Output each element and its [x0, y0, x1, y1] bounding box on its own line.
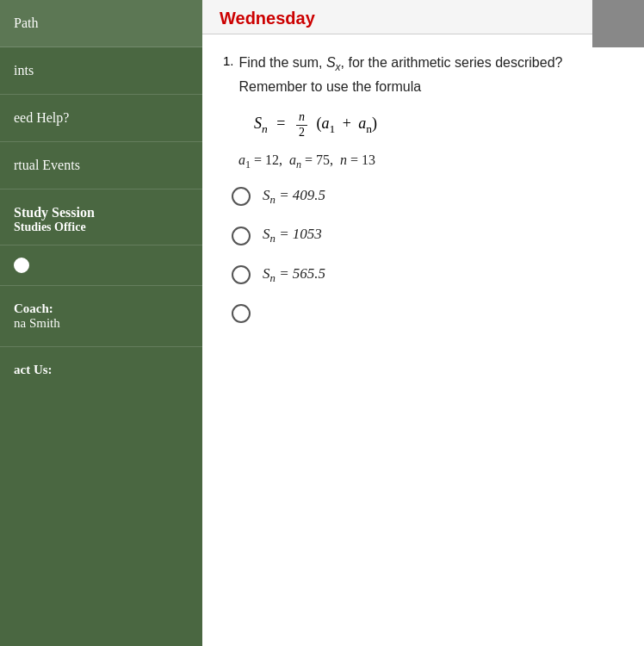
radio-3[interactable]: [232, 265, 251, 284]
answer-option-4[interactable]: [232, 304, 623, 323]
sidebar-item-points[interactable]: ints: [0, 47, 202, 95]
top-right-decoration: [592, 0, 644, 47]
sidebar-contact[interactable]: act Us:: [0, 347, 202, 393]
radio-1[interactable]: [232, 187, 251, 206]
question-number: 1.: [223, 53, 234, 68]
params-line: a1 = 12, an = 75, n = 13: [238, 152, 623, 171]
sidebar-item-points-label: ints: [14, 63, 34, 78]
answer-text-1: Sn = 409.5: [263, 187, 325, 207]
answer-option-3[interactable]: Sn = 565.5: [232, 265, 623, 285]
day-title: Wednesday: [220, 9, 315, 28]
day-header: Wednesday: [202, 0, 644, 34]
question-body: Find the sum, Sx, for the arithmetic ser…: [239, 52, 623, 98]
formula-display: Sn = n 2 (a1 + an): [254, 110, 623, 140]
sidebar-item-path[interactable]: Path: [0, 0, 202, 47]
question-row: 1. Find the sum, Sx, for the arithmetic …: [223, 52, 623, 98]
radio-2[interactable]: [232, 227, 251, 245]
sidebar-item-virtual-events-label: rtual Events: [14, 158, 80, 172]
sidebar-coach: Coach: na Smith: [0, 286, 202, 347]
sidebar-item-study-session[interactable]: Study Session Studies Office: [0, 189, 202, 245]
study-session-title: Study Session: [14, 205, 189, 221]
main-content: Wednesday 1. Find the sum, Sx, for the a…: [202, 0, 644, 646]
coach-title-label: Coach:: [14, 301, 189, 316]
formula-fraction: n 2: [296, 110, 307, 140]
coach-name: na Smith: [14, 316, 189, 331]
study-session-subtitle: Studies Office: [14, 221, 189, 234]
sidebar-item-need-help[interactable]: eed Help?: [0, 95, 202, 142]
answer-option-2[interactable]: Sn = 1053: [232, 226, 623, 245]
answer-option-1[interactable]: Sn = 409.5: [232, 187, 623, 207]
sidebar-item-path-label: Path: [14, 16, 38, 30]
sidebar-item-virtual-events[interactable]: rtual Events: [0, 142, 202, 189]
sidebar-radio-row: [0, 245, 202, 286]
answer-text-2: Sn = 1053: [263, 226, 322, 245]
sidebar-item-need-help-label: eed Help?: [14, 110, 69, 125]
radio-4[interactable]: [232, 304, 251, 323]
answer-text-3: Sn = 565.5: [263, 265, 325, 285]
sidebar-radio[interactable]: [14, 258, 29, 273]
sidebar: Path ints eed Help? rtual Events Study S…: [0, 0, 202, 646]
question-area: 1. Find the sum, Sx, for the arithmetic …: [202, 34, 644, 646]
